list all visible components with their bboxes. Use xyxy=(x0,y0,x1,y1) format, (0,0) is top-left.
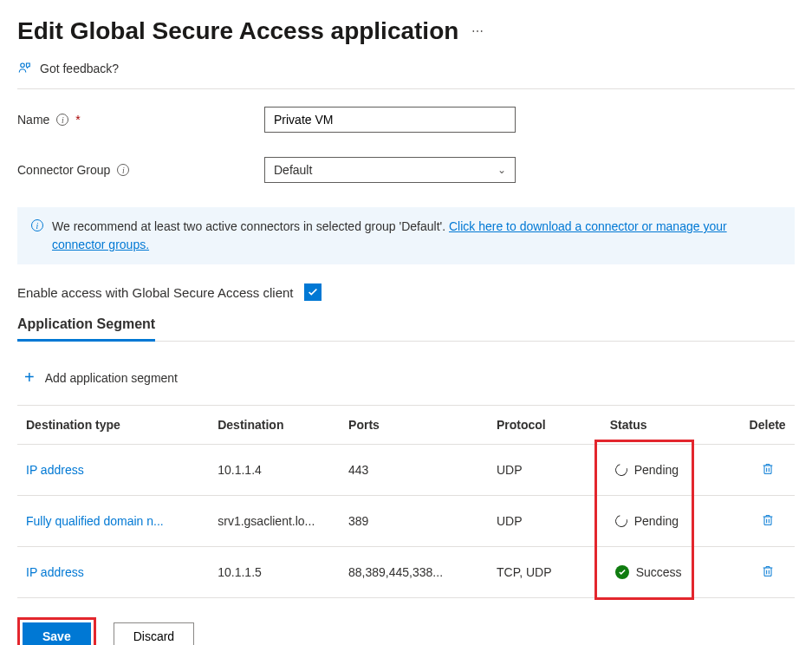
required-indicator: * xyxy=(75,113,80,127)
delete-icon[interactable] xyxy=(761,564,775,579)
save-button[interactable]: Save xyxy=(23,622,91,645)
destination-cell: 10.1.1.4 xyxy=(209,445,340,496)
destination-type-link[interactable]: IP address xyxy=(26,463,200,477)
feedback-link[interactable]: Got feedback? xyxy=(17,61,795,89)
banner-text: We recommend at least two active connect… xyxy=(52,219,449,233)
svg-point-0 xyxy=(21,63,25,68)
destination-type-link[interactable]: Fully qualified domain n... xyxy=(26,514,200,528)
connector-group-value: Default xyxy=(274,163,312,177)
add-application-segment-button[interactable]: + Add application segment xyxy=(17,368,795,388)
info-icon[interactable]: i xyxy=(56,114,68,126)
info-icon: i xyxy=(31,219,43,231)
save-highlight: Save xyxy=(17,617,96,645)
table-row: IP address10.1.1.4443UDPPending xyxy=(17,445,795,496)
plus-icon: + xyxy=(24,368,35,388)
feedback-label: Got feedback? xyxy=(40,62,119,75)
enable-access-checkbox[interactable] xyxy=(304,283,322,301)
more-options-icon[interactable]: ⋯ xyxy=(471,24,484,38)
col-header-ports: Ports xyxy=(340,406,488,445)
status-text: Pending xyxy=(634,514,679,528)
discard-button[interactable]: Discard xyxy=(114,622,194,645)
application-segment-tab[interactable]: Application Segment xyxy=(17,316,155,342)
status-text: Pending xyxy=(634,463,679,477)
protocol-cell: UDP xyxy=(488,496,601,547)
recommendation-banner: i We recommend at least two active conne… xyxy=(17,207,795,264)
table-row: Fully qualified domain n...srv1.gsaclien… xyxy=(17,496,795,547)
name-label: Name xyxy=(17,113,49,127)
col-header-type: Destination type xyxy=(17,406,209,445)
status-cell: Pending xyxy=(610,511,684,531)
success-icon xyxy=(615,565,629,579)
ports-cell: 88,389,445,338... xyxy=(340,547,488,598)
destination-cell: 10.1.1.5 xyxy=(209,547,340,598)
pending-icon xyxy=(613,461,629,478)
status-text: Success xyxy=(636,565,682,579)
feedback-icon xyxy=(17,61,33,76)
ports-cell: 389 xyxy=(340,496,488,547)
delete-icon[interactable] xyxy=(761,461,775,477)
connector-group-label: Connector Group xyxy=(17,163,110,177)
col-header-protocol: Protocol xyxy=(488,406,601,445)
connector-group-select[interactable]: Default ⌄ xyxy=(264,157,516,183)
enable-access-label: Enable access with Global Secure Access … xyxy=(17,285,294,300)
table-row: IP address10.1.1.588,389,445,338...TCP, … xyxy=(17,547,795,598)
name-input[interactable] xyxy=(264,107,516,133)
protocol-cell: UDP xyxy=(488,445,601,496)
pending-icon xyxy=(613,512,629,529)
col-header-delete: Delete xyxy=(741,406,795,445)
col-header-status: Status xyxy=(601,406,741,445)
destination-type-link[interactable]: IP address xyxy=(26,565,200,579)
segments-table: Destination type Destination Ports Proto… xyxy=(17,405,795,598)
col-header-destination: Destination xyxy=(209,406,340,445)
destination-cell: srv1.gsaclient.lo... xyxy=(209,496,340,547)
info-icon[interactable]: i xyxy=(117,164,129,176)
ports-cell: 443 xyxy=(340,445,488,496)
delete-icon[interactable] xyxy=(761,512,775,528)
page-title: Edit Global Secure Access application xyxy=(17,17,458,45)
add-segment-label: Add application segment xyxy=(45,371,178,385)
status-cell: Pending xyxy=(610,460,684,479)
protocol-cell: TCP, UDP xyxy=(488,547,601,598)
status-cell: Success xyxy=(610,563,687,582)
chevron-down-icon: ⌄ xyxy=(497,164,506,176)
